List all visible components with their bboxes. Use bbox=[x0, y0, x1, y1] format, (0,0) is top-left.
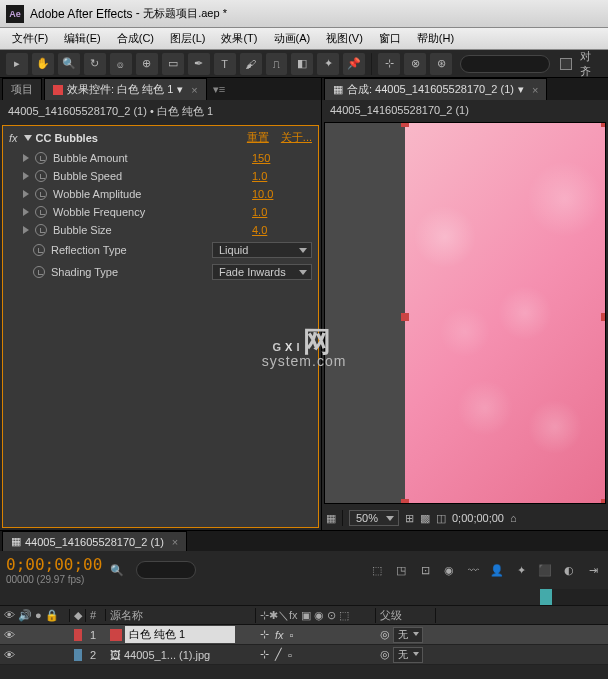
bubble-speed-value[interactable]: 1.0 bbox=[252, 170, 312, 182]
camera-icon[interactable]: ⌂ bbox=[510, 512, 517, 524]
expand-icon[interactable] bbox=[23, 154, 29, 162]
handle-icon[interactable] bbox=[401, 313, 409, 321]
draft3d-icon[interactable]: ◳ bbox=[392, 564, 410, 577]
layer-row-2[interactable]: 👁 2 🖼44005_1... (1).jpg ⊹╱▫ ◎无 bbox=[0, 645, 608, 665]
expand-cols-icon[interactable]: ⇥ bbox=[584, 564, 602, 577]
fx-icon[interactable]: fx bbox=[9, 132, 18, 144]
wobble-amplitude-value[interactable]: 10.0 bbox=[252, 188, 312, 200]
handle-icon[interactable] bbox=[601, 499, 606, 504]
visibility-icon[interactable]: 👁 bbox=[4, 629, 15, 641]
text-tool-icon[interactable]: T bbox=[214, 53, 236, 75]
comp-mini-flow-icon[interactable]: ⬚ bbox=[368, 564, 386, 577]
timeline-search[interactable] bbox=[136, 561, 196, 579]
menu-file[interactable]: 文件(F) bbox=[4, 29, 56, 48]
handle-icon[interactable] bbox=[601, 122, 606, 127]
clone-tool-icon[interactable]: ⎍ bbox=[266, 53, 288, 75]
local-axis-icon[interactable]: ⊹ bbox=[378, 53, 400, 75]
effect-name[interactable]: CC Bubbles bbox=[36, 132, 247, 144]
reflection-type-dropdown[interactable]: Liquid bbox=[212, 242, 312, 258]
panel-menu-icon[interactable]: ▾≡ bbox=[209, 79, 229, 100]
stopwatch-icon[interactable] bbox=[35, 224, 47, 236]
stopwatch-icon[interactable] bbox=[35, 170, 47, 182]
camera-tool-icon[interactable]: ⌾ bbox=[110, 53, 132, 75]
pickwhip-icon[interactable]: ◎ bbox=[380, 628, 390, 641]
stopwatch-icon[interactable] bbox=[33, 244, 45, 256]
render-icon[interactable]: ⬛ bbox=[536, 564, 554, 577]
shape-tool-icon[interactable]: ▭ bbox=[162, 53, 184, 75]
about-link[interactable]: 关于... bbox=[281, 130, 312, 145]
label-color-icon[interactable] bbox=[74, 629, 82, 641]
timecode[interactable]: 0;00;00;00 bbox=[6, 555, 102, 574]
grid-icon[interactable]: ▦ bbox=[326, 512, 336, 525]
handle-icon[interactable] bbox=[401, 499, 409, 504]
selection-tool-icon[interactable]: ▸ bbox=[6, 53, 28, 75]
stopwatch-icon[interactable] bbox=[33, 266, 45, 278]
col-number[interactable]: # bbox=[86, 609, 106, 621]
viewer-timecode[interactable]: 0;00;00;00 bbox=[452, 512, 504, 524]
menu-edit[interactable]: 编辑(E) bbox=[56, 29, 109, 48]
parent-dropdown[interactable]: 无 bbox=[393, 627, 423, 643]
switch-icon[interactable]: ⊹ bbox=[260, 628, 269, 641]
close-tab-icon[interactable]: × bbox=[172, 536, 178, 548]
wobble-frequency-value[interactable]: 1.0 bbox=[252, 206, 312, 218]
menu-view[interactable]: 视图(V) bbox=[318, 29, 371, 48]
tab-effect-controls[interactable]: 效果控件: 白色 纯色 1 ▾ × bbox=[44, 78, 207, 100]
composition-viewer[interactable] bbox=[324, 122, 606, 504]
search-icon[interactable]: 🔍 bbox=[110, 564, 124, 577]
shading-type-dropdown[interactable]: Fade Inwards bbox=[212, 264, 312, 280]
switch-icon[interactable]: ╱ bbox=[275, 648, 282, 661]
layer-name[interactable]: 44005_1... (1).jpg bbox=[124, 649, 210, 661]
snap-checkbox[interactable] bbox=[560, 58, 572, 70]
hand-tool-icon[interactable]: ✋ bbox=[32, 53, 54, 75]
adjustment-icon[interactable]: ◐ bbox=[560, 564, 578, 577]
zoom-dropdown[interactable]: 50% bbox=[349, 510, 399, 526]
handle-icon[interactable] bbox=[401, 122, 409, 127]
stopwatch-icon[interactable] bbox=[35, 206, 47, 218]
transparency-icon[interactable]: ▩ bbox=[420, 512, 430, 525]
view-axis-icon[interactable]: ⊛ bbox=[430, 53, 452, 75]
layer-name[interactable]: 白色 纯色 1 bbox=[125, 626, 235, 643]
reset-link[interactable]: 重置 bbox=[247, 130, 269, 145]
label-color-icon[interactable] bbox=[74, 649, 82, 661]
time-ruler[interactable] bbox=[540, 589, 608, 605]
dropdown-arrow-icon[interactable]: ▾ bbox=[177, 83, 183, 96]
shy-icon[interactable]: 👤 bbox=[488, 564, 506, 577]
timeline-tab[interactable]: ▦ 44005_141605528170_2 (1) × bbox=[2, 531, 187, 551]
stopwatch-icon[interactable] bbox=[35, 188, 47, 200]
col-parent[interactable]: 父级 bbox=[376, 608, 436, 623]
layer-row-1[interactable]: 👁 1 白色 纯色 1 ⊹fx▫ ◎无 bbox=[0, 625, 608, 645]
switch-icon[interactable]: ⊹ bbox=[260, 648, 269, 661]
stopwatch-icon[interactable] bbox=[35, 152, 47, 164]
menu-help[interactable]: 帮助(H) bbox=[409, 29, 462, 48]
pickwhip-icon[interactable]: ◎ bbox=[380, 648, 390, 661]
puppet-tool-icon[interactable]: 📌 bbox=[343, 53, 365, 75]
expand-icon[interactable] bbox=[23, 172, 29, 180]
brush-tool-icon[interactable]: 🖌 bbox=[240, 53, 262, 75]
switch-icon[interactable]: ▫ bbox=[290, 629, 294, 641]
bubble-size-value[interactable]: 4.0 bbox=[252, 224, 312, 236]
visibility-icon[interactable]: 👁 bbox=[4, 649, 15, 661]
menu-comp[interactable]: 合成(C) bbox=[109, 29, 162, 48]
zoom-tool-icon[interactable]: 🔍 bbox=[58, 53, 80, 75]
rotate-tool-icon[interactable]: ↻ bbox=[84, 53, 106, 75]
close-tab-icon[interactable]: × bbox=[532, 84, 538, 96]
menu-effect[interactable]: 效果(T) bbox=[213, 29, 265, 48]
menu-layer[interactable]: 图层(L) bbox=[162, 29, 213, 48]
pen-tool-icon[interactable]: ✒ bbox=[188, 53, 210, 75]
roto-tool-icon[interactable]: ✦ bbox=[317, 53, 339, 75]
effect-collapse-icon[interactable] bbox=[24, 135, 32, 141]
menu-window[interactable]: 窗口 bbox=[371, 29, 409, 48]
close-tab-icon[interactable]: × bbox=[191, 84, 197, 96]
bubble-amount-value[interactable]: 150 bbox=[252, 152, 312, 164]
frame-blend-icon[interactable]: ⊡ bbox=[416, 564, 434, 577]
world-axis-icon[interactable]: ⊗ bbox=[404, 53, 426, 75]
motion-blur-icon[interactable]: ◉ bbox=[440, 564, 458, 577]
menu-anim[interactable]: 动画(A) bbox=[266, 29, 319, 48]
pan-behind-tool-icon[interactable]: ⊕ bbox=[136, 53, 158, 75]
brainstorm-icon[interactable]: ✦ bbox=[512, 564, 530, 577]
switch-icon[interactable]: ▫ bbox=[288, 649, 292, 661]
expand-icon[interactable] bbox=[23, 190, 29, 198]
tab-project[interactable]: 项目 bbox=[2, 78, 42, 100]
col-source-name[interactable]: 源名称 bbox=[106, 608, 256, 623]
resolution-icon[interactable]: ⊞ bbox=[405, 512, 414, 525]
